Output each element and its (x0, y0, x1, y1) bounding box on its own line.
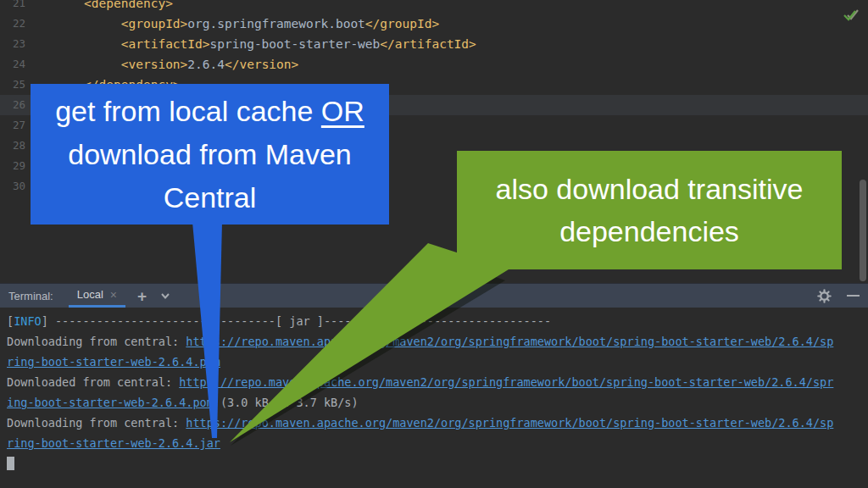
terminal-text: Downloading from central: (7, 416, 186, 430)
terminal-tab-local[interactable]: Local × (69, 284, 125, 308)
terminal-text: [ (7, 314, 14, 328)
ide-window: 21 <dependency>22 <groupId>org.springfra… (0, 0, 868, 488)
blue-callout: get from local cache OR download from Ma… (31, 84, 389, 225)
line-number: 30 (0, 176, 25, 197)
tab-close-icon[interactable]: × (110, 288, 117, 302)
terminal-link[interactable]: https://repo.maven.apache.org/maven2/org… (179, 375, 833, 389)
terminal-header: Terminal: Local × + (0, 283, 868, 308)
terminal-line: ring-boot-starter-web-2.6.4.jar (7, 433, 868, 453)
green-callout-line1: also download transitive (496, 168, 804, 210)
code-text: <groupId>org.springframework.boot</group… (25, 14, 439, 34)
terminal-link[interactable]: ring-boot-starter-web-2.6.4.pom (7, 355, 220, 369)
editor-line[interactable]: 24 <version>2.6.4</version> (0, 54, 868, 75)
line-number: 26 (0, 95, 25, 115)
terminal-text: INFO (14, 314, 42, 328)
blue-callout-line3: Central (164, 176, 257, 219)
terminal-line: Downloaded from central: https://repo.ma… (7, 372, 868, 392)
editor-line[interactable]: 21 <dependency> (0, 0, 868, 14)
line-number: 24 (0, 54, 25, 75)
green-callout-line2: dependencies (559, 210, 739, 252)
line-number: 25 (0, 75, 25, 95)
editor-scrollbar-thumb[interactable] (860, 180, 866, 281)
chevron-down-icon[interactable] (159, 289, 172, 302)
terminal-output[interactable]: [INFO] --------------------------------[… (0, 308, 868, 474)
line-number: 29 (0, 156, 25, 176)
terminal-panel: Terminal: Local × + (0, 283, 868, 488)
terminal-line: [INFO] --------------------------------[… (7, 311, 868, 331)
inspections-ok-icon[interactable] (841, 7, 860, 24)
terminal-text: Downloading from central: (7, 335, 186, 348)
terminal-link[interactable]: https://repo.maven.apache.org/maven2/org… (186, 416, 833, 430)
line-number: 22 (0, 14, 25, 34)
code-text: <dependency> (25, 0, 173, 14)
line-number: 23 (0, 34, 25, 54)
terminal-line: Downloading from central: https://repo.m… (7, 331, 868, 352)
terminal-link[interactable]: ring-boot-starter-web-2.6.4.jar (7, 436, 220, 450)
terminal-cursor (7, 457, 14, 470)
code-text: <artifactId>spring-boot-starter-web</art… (25, 34, 476, 54)
terminal-line (7, 453, 868, 474)
editor-line[interactable]: 23 <artifactId>spring-boot-starter-web</… (0, 34, 868, 54)
terminal-text: ] --------------------------------[ jar … (42, 314, 551, 328)
editor-line[interactable]: 22 <groupId>org.springframework.boot</gr… (0, 14, 868, 34)
terminal-settings-gear-icon[interactable] (817, 289, 832, 303)
blue-callout-line2: download from Maven (68, 133, 352, 176)
terminal-text: (3.0 kB at 3.7 kB/s) (214, 396, 359, 409)
terminal-text: Downloaded from central: (7, 375, 179, 389)
line-number: 28 (0, 136, 25, 156)
blue-callout-line1: get from local cache OR (55, 90, 364, 133)
underlined-or: OR (321, 95, 364, 127)
terminal-link[interactable]: https://repo.maven.apache.org/maven2/org… (186, 335, 833, 348)
terminal-tab-label: Local (77, 288, 103, 301)
line-number: 27 (0, 115, 25, 136)
terminal-minimize-icon[interactable] (847, 295, 860, 297)
terminal-line: Downloading from central: https://repo.m… (7, 413, 868, 433)
line-number: 21 (0, 0, 25, 14)
new-terminal-button[interactable]: + (137, 288, 147, 304)
terminal-link[interactable]: ing-boot-starter-web-2.6.4.pom (7, 396, 214, 409)
code-text: <version>2.6.4</version> (25, 54, 298, 75)
green-callout: also download transitive dependencies (457, 151, 842, 269)
terminal-line: ring-boot-starter-web-2.6.4.pom (7, 352, 868, 372)
terminal-label: Terminal: (8, 290, 53, 302)
terminal-line: ing-boot-starter-web-2.6.4.pom (3.0 kB a… (7, 392, 868, 413)
